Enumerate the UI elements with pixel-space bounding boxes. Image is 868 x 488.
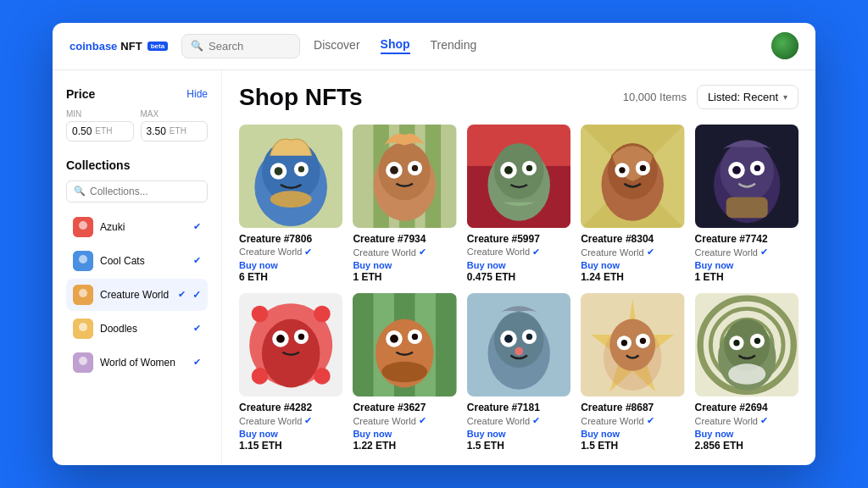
collection-worldofwomen-thumb xyxy=(73,352,93,373)
nft-price-8304: 1.24 ETH xyxy=(581,271,684,283)
collections-search-input[interactable] xyxy=(90,186,200,197)
svg-point-40 xyxy=(619,167,625,173)
search-input[interactable] xyxy=(209,40,291,53)
nft-collection-7806: Creature World ✔ xyxy=(239,247,342,258)
collection-creatureworld-thumb xyxy=(73,285,93,305)
svg-point-79 xyxy=(515,347,523,356)
nft-buy-5997[interactable]: Buy now xyxy=(467,260,570,270)
content-area: Shop NFTs 10,000 Items Listed: Recent ▾ xyxy=(222,70,815,466)
nft-price-7934: 1 ETH xyxy=(353,271,456,283)
collection-coolcats-verified: ✔ xyxy=(193,255,201,266)
price-section: Price Hide MIN 0.50 ETH MAX 3.50 xyxy=(66,87,208,141)
search-bar[interactable]: 🔍 xyxy=(181,34,300,58)
price-min-value: 0.50 xyxy=(72,125,92,137)
collection-creatureworld[interactable]: Creature World ✔ ✓ xyxy=(66,279,208,311)
nft-name-8687: Creature #8687 xyxy=(581,402,684,413)
collection-creatureworld-check: ✓ xyxy=(192,289,201,301)
price-max-input[interactable]: 3.50 ETH xyxy=(141,121,209,141)
browser-window: coinbase NFT beta 🔍 Discover Shop Trendi… xyxy=(53,23,815,466)
nft-price-7181: 1.5 ETH xyxy=(467,440,570,452)
nft-buy-7181[interactable]: Buy now xyxy=(467,429,570,439)
svg-point-3 xyxy=(79,255,87,263)
collections-search[interactable]: 🔍 xyxy=(66,180,208,202)
nft-name-7934: Creature #7934 xyxy=(353,233,456,245)
svg-point-33 xyxy=(504,166,513,175)
nft-collection-3627: Creature World ✔ xyxy=(353,415,456,426)
svg-point-84 xyxy=(621,340,627,346)
svg-point-86 xyxy=(640,338,646,344)
svg-point-55 xyxy=(252,368,269,385)
svg-point-61 xyxy=(298,334,304,340)
nav-link-trending[interactable]: Trending xyxy=(431,38,477,53)
nft-image-7181 xyxy=(467,293,570,396)
nft-buy-8687[interactable]: Buy now xyxy=(581,429,684,439)
nft-card-7934[interactable]: Creature #7934 Creature World ✔ Buy now … xyxy=(353,125,456,283)
collection-creatureworld-name: Creature World xyxy=(100,289,171,301)
chevron-down-icon: ▾ xyxy=(783,92,787,102)
page-title: Shop NFTs xyxy=(239,84,363,111)
svg-point-47 xyxy=(732,166,741,175)
nft-price-2694: 2.856 ETH xyxy=(695,440,798,452)
nft-card-8304[interactable]: Creature #8304 Creature World ✔ Buy now … xyxy=(581,125,684,283)
hide-button[interactable]: Hide xyxy=(186,88,208,100)
nft-buy-3627[interactable]: Buy now xyxy=(353,429,456,439)
nft-collection-2694: Creature World ✔ xyxy=(695,415,798,426)
nft-card-5997[interactable]: Creature #5997 Creature World ✔ Buy now … xyxy=(467,125,570,283)
collection-coolcats[interactable]: Cool Cats ✔ xyxy=(66,245,208,277)
collection-azuki[interactable]: Azuki ✔ xyxy=(66,211,208,243)
svg-point-1 xyxy=(79,221,87,230)
nft-name-7742: Creature #7742 xyxy=(695,233,798,245)
nft-grid-row2: Creature #4282 Creature World ✔ Buy now … xyxy=(239,293,798,452)
nft-card-2694[interactable]: Creature #2694 Creature World ✔ Buy now … xyxy=(695,293,798,452)
collection-doodles[interactable]: Doodles ✔ xyxy=(66,313,208,345)
collections-title: Collections xyxy=(66,158,130,172)
sort-label: Listed: Recent xyxy=(708,91,778,103)
price-max-value: 3.50 xyxy=(147,125,166,137)
sort-dropdown[interactable]: Listed: Recent ▾ xyxy=(697,85,798,109)
svg-rect-50 xyxy=(726,197,767,217)
svg-point-9 xyxy=(79,357,87,365)
nft-card-4282[interactable]: Creature #4282 Creature World ✔ Buy now … xyxy=(239,293,342,452)
nft-buy-7806[interactable]: Buy now xyxy=(239,260,342,270)
nft-buy-7742[interactable]: Buy now xyxy=(695,260,798,270)
nft-buy-7934[interactable]: Buy now xyxy=(353,260,456,270)
svg-point-68 xyxy=(390,335,398,343)
nft-price-5997: 0.475 ETH xyxy=(467,271,570,283)
nav-link-discover[interactable]: Discover xyxy=(314,38,359,53)
svg-point-42 xyxy=(640,164,646,170)
nft-name-8304: Creature #8304 xyxy=(581,233,684,245)
nft-card-8687[interactable]: Creature #8687 Creature World ✔ Buy now … xyxy=(581,293,684,452)
price-min-eth: ETH xyxy=(95,126,112,136)
svg-rect-63 xyxy=(353,293,373,396)
svg-point-70 xyxy=(412,334,418,340)
nft-buy-4282[interactable]: Buy now xyxy=(239,429,342,439)
nav-link-shop[interactable]: Shop xyxy=(381,37,410,54)
svg-point-76 xyxy=(504,335,513,343)
collections-header: Collections xyxy=(66,158,208,172)
main-content: Price Hide MIN 0.50 ETH MAX 3.50 xyxy=(53,70,815,466)
nft-collection-8304: Creature World ✔ xyxy=(581,247,684,258)
avatar[interactable] xyxy=(771,32,798,59)
nav-links: Discover Shop Trending xyxy=(314,37,758,54)
nft-buy-2694[interactable]: Buy now xyxy=(695,429,798,439)
nft-card-3627[interactable]: Creature #3627 Creature World ✔ Buy now … xyxy=(353,293,456,452)
collection-coolcats-name: Cool Cats xyxy=(100,255,186,267)
content-header: Shop NFTs 10,000 Items Listed: Recent ▾ xyxy=(239,84,798,111)
svg-point-14 xyxy=(275,167,283,175)
nft-buy-8304[interactable]: Buy now xyxy=(581,260,684,270)
collection-worldofwomen-name: World of Women xyxy=(100,357,186,369)
nft-card-7742[interactable]: Creature #7742 Creature World ✔ Buy now … xyxy=(695,125,798,283)
nft-card-7181[interactable]: Creature #7181 Creature World ✔ Buy now … xyxy=(467,293,570,452)
svg-point-17 xyxy=(270,191,312,208)
nft-card-7806[interactable]: Creature #7806 Creature World ✔ Buy now … xyxy=(239,125,342,283)
nft-image-8304 xyxy=(581,125,684,228)
collection-doodles-verified: ✔ xyxy=(193,323,201,334)
price-min-input[interactable]: 0.50 ETH xyxy=(66,121,134,141)
price-max-eth: ETH xyxy=(170,126,186,136)
beta-badge: beta xyxy=(147,42,168,51)
logo-nft: NFT xyxy=(120,40,142,53)
collection-worldofwomen[interactable]: World of Women ✔ xyxy=(66,347,208,379)
price-header: Price Hide xyxy=(66,87,208,101)
nft-name-2694: Creature #2694 xyxy=(695,402,798,413)
sidebar: Price Hide MIN 0.50 ETH MAX 3.50 xyxy=(53,70,222,466)
